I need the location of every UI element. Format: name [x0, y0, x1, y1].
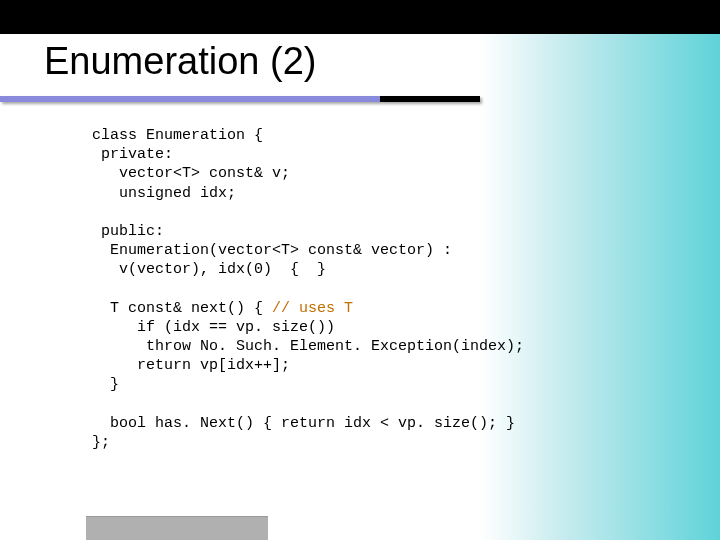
top-stripe: [0, 0, 720, 34]
code-line: }: [92, 376, 119, 393]
code-line: public:: [92, 223, 164, 240]
code-block: class Enumeration { private: vector<T> c…: [92, 126, 524, 452]
code-line: v(vector), idx(0) { }: [92, 261, 326, 278]
code-line: vector<T> const& v;: [92, 165, 290, 182]
code-line: class Enumeration {: [92, 127, 263, 144]
code-comment: // uses T: [272, 300, 353, 317]
code-line: };: [92, 434, 110, 451]
code-line: private:: [92, 146, 173, 163]
slide-title: Enumeration (2): [44, 40, 316, 83]
title-underline: [0, 96, 720, 118]
code-line: T const& next() {: [92, 300, 272, 317]
footer-bar: [86, 516, 268, 540]
underline-black-segment: [380, 96, 480, 102]
code-line: Enumeration(vector<T> const& vector) :: [92, 242, 452, 259]
code-line: if (idx == vp. size()): [92, 319, 335, 336]
code-line: return vp[idx++];: [92, 357, 290, 374]
code-line: throw No. Such. Element. Exception(index…: [92, 338, 524, 355]
underline-purple-segment: [0, 96, 380, 102]
code-line: bool has. Next() { return idx < vp. size…: [92, 415, 515, 432]
code-line: unsigned idx;: [92, 185, 236, 202]
